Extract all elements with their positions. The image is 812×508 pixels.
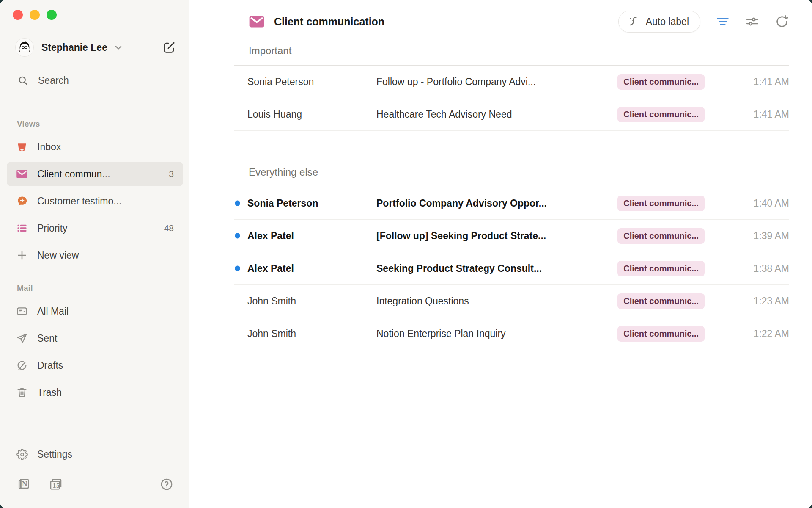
- email-sender: Sonia Peterson: [247, 76, 376, 88]
- unread-dot: [235, 266, 240, 271]
- sidebar-item-client-commun[interactable]: Client commun... 3: [7, 162, 183, 186]
- view-header: Client communication Auto label: [234, 9, 789, 34]
- email-row[interactable]: John Smith Notion Enterprise Plan Inquir…: [234, 318, 789, 350]
- email-subject: Follow up - Portfolio Company Advi...: [376, 76, 617, 88]
- email-row[interactable]: Alex Patel [Follow up] Seeking Product S…: [234, 220, 789, 252]
- account-name: Stephanie Lee: [41, 42, 107, 53]
- email-row[interactable]: Sonia Peterson Portfolio Company Advisor…: [234, 187, 789, 220]
- sidebar-item-inbox[interactable]: Inbox: [7, 135, 183, 159]
- refresh-icon[interactable]: [775, 14, 789, 29]
- email-row[interactable]: Louis Huang Healthcare Tech Advisory Nee…: [234, 98, 789, 131]
- window-controls: [0, 0, 189, 30]
- auto-label-button[interactable]: Auto label: [618, 11, 700, 33]
- sidebar-item-label: Inbox: [37, 141, 169, 153]
- email-list: Important Sonia Peterson Follow up - Por…: [234, 34, 789, 350]
- email-section-title: Important: [234, 45, 789, 57]
- email-sender: Alex Patel: [247, 263, 376, 274]
- chat-plus-icon: [16, 195, 28, 207]
- sidebar-item-label: Client commun...: [37, 168, 164, 180]
- notion-app-icon[interactable]: N: [16, 477, 31, 492]
- email-time: 1:23 AM: [705, 295, 789, 307]
- calendar-app-icon[interactable]: 15: [48, 477, 63, 492]
- email-time: 1:40 AM: [705, 198, 789, 209]
- email-time: 1:39 AM: [705, 230, 789, 242]
- sidebar-item-all-mail[interactable]: All Mail: [7, 299, 183, 323]
- email-subject: Portfolio Company Advisory Oppor...: [376, 198, 617, 209]
- search-button[interactable]: Search: [7, 69, 183, 92]
- email-subject: Healthcare Tech Advisory Need: [376, 109, 617, 120]
- email-subject: Integration Questions: [376, 295, 617, 307]
- email-label-chip: Client communic...: [617, 228, 705, 244]
- zoom-window-button[interactable]: [47, 10, 57, 20]
- settings-label: Settings: [37, 449, 174, 460]
- email-time: 1:41 AM: [705, 76, 789, 88]
- sidebar-item-label: Customer testimo...: [37, 196, 169, 207]
- email-time: 1:41 AM: [705, 109, 789, 120]
- avatar: [15, 38, 34, 57]
- email-sender: Sonia Peterson: [247, 198, 376, 209]
- email-row[interactable]: Alex Patel Seeking Product Strategy Cons…: [234, 252, 789, 285]
- email-subject: Notion Enterprise Plan Inquiry: [376, 328, 617, 340]
- email-label-chip: Client communic...: [617, 261, 705, 276]
- email-sender: John Smith: [247, 328, 376, 340]
- display-settings-icon[interactable]: [745, 14, 760, 29]
- sidebar-item-label: New view: [37, 250, 169, 261]
- sidebar-item-sent[interactable]: Sent: [7, 326, 183, 351]
- email-time: 1:38 AM: [705, 263, 789, 274]
- close-window-button[interactable]: [13, 10, 23, 20]
- filter-icon[interactable]: [716, 14, 730, 29]
- help-icon[interactable]: [159, 477, 174, 491]
- search-icon: [17, 75, 29, 86]
- sidebar-section-label: Views: [0, 119, 189, 135]
- main-content: Client communication Auto label: [189, 0, 812, 508]
- email-label-chip: Client communic...: [617, 107, 705, 122]
- sidebar-section: Mail All Mail Sent Drafts Trash: [0, 284, 189, 405]
- email-subject: Seeking Product Strategy Consult...: [376, 263, 617, 274]
- unread-dot: [235, 298, 240, 304]
- sidebar-item-count: 48: [164, 223, 174, 233]
- compose-button[interactable]: [162, 40, 176, 55]
- auto-label-icon: [627, 15, 640, 28]
- plus-icon: [16, 249, 28, 261]
- sidebar: Stephanie Lee Search Views Inbox: [0, 0, 189, 508]
- unread-dot: [235, 112, 240, 117]
- sidebar-footer: N 15: [16, 471, 174, 498]
- minimize-window-button[interactable]: [30, 10, 40, 20]
- chevron-down-icon: [113, 42, 123, 52]
- email-section: Everything else Sonia Peterson Portfolio…: [234, 166, 789, 350]
- list-icon: [16, 222, 28, 234]
- page-title: Client communication: [274, 16, 384, 28]
- sidebar-item-label: Sent: [37, 333, 169, 344]
- mail-outline-icon: [16, 305, 28, 317]
- sidebar-item-trash[interactable]: Trash: [7, 380, 183, 405]
- unread-dot: [235, 331, 240, 337]
- sidebar-section: Views Inbox Client commun... 3 Customer …: [0, 119, 189, 268]
- email-label-chip: Client communic...: [617, 293, 705, 309]
- sidebar-item-label: All Mail: [37, 306, 169, 317]
- sidebar-item-drafts[interactable]: Drafts: [7, 353, 183, 378]
- gear-icon: [16, 448, 28, 460]
- email-section: Important Sonia Peterson Follow up - Por…: [234, 45, 789, 131]
- email-row[interactable]: Sonia Peterson Follow up - Portfolio Com…: [234, 66, 789, 98]
- unread-dot: [235, 233, 240, 239]
- sidebar-item-count: 3: [169, 169, 174, 179]
- email-row[interactable]: John Smith Integration Questions Client …: [234, 285, 789, 318]
- sidebar-sections: Views Inbox Client commun... 3 Customer …: [0, 103, 189, 405]
- search-label: Search: [38, 75, 183, 86]
- account-switcher[interactable]: Stephanie Lee: [0, 36, 189, 59]
- sidebar-item-customer-testimo[interactable]: Customer testimo...: [7, 189, 183, 213]
- sidebar-item-priority[interactable]: Priority 48: [7, 216, 183, 240]
- paper-plane-icon: [16, 332, 28, 344]
- email-label-chip: Client communic...: [617, 326, 705, 342]
- svg-text:N: N: [22, 480, 27, 487]
- email-sender: John Smith: [247, 295, 376, 307]
- email-section-title: Everything else: [234, 166, 789, 178]
- sidebar-item-settings[interactable]: Settings: [7, 442, 183, 467]
- sidebar-item-new-view[interactable]: New view: [7, 243, 183, 268]
- email-label-chip: Client communic...: [617, 74, 705, 90]
- email-sender: Louis Huang: [247, 109, 376, 120]
- auto-label-text: Auto label: [646, 16, 689, 28]
- email-time: 1:22 AM: [705, 328, 789, 340]
- trash-icon: [16, 387, 28, 398]
- app-window: Stephanie Lee Search Views Inbox: [0, 0, 812, 508]
